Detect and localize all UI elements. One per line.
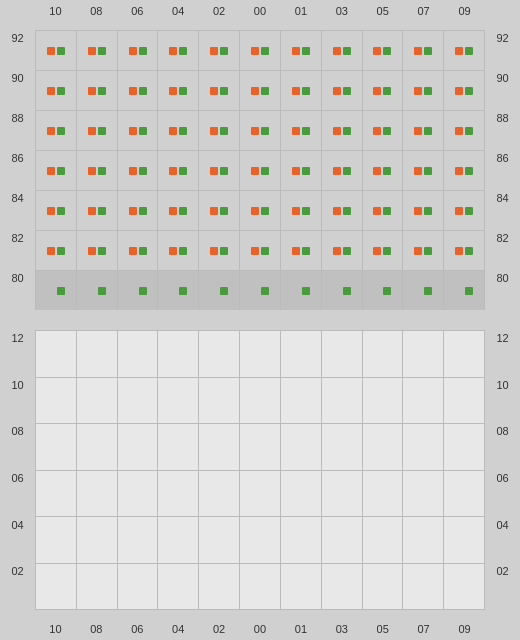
green-dot	[98, 87, 106, 95]
green-dot	[57, 167, 65, 175]
empty-dot	[169, 287, 177, 295]
grid-cell	[321, 31, 362, 70]
empty-dot	[129, 287, 137, 295]
green-dot	[179, 167, 187, 175]
bottom-grid-cell	[239, 331, 280, 377]
y-label-left: 90	[0, 70, 35, 110]
x-label: 10	[35, 623, 76, 635]
bottom-grid-cell	[443, 564, 485, 610]
grid-cell	[35, 71, 76, 110]
orange-dot	[88, 87, 96, 95]
green-dot	[179, 87, 187, 95]
x-label: 03	[321, 623, 362, 635]
grid-row	[35, 270, 485, 310]
bottom-grid-cell	[321, 378, 362, 424]
y-label-right: 86	[485, 150, 520, 190]
bottom-grid-cell	[280, 517, 321, 563]
grid-cell	[35, 231, 76, 270]
grid-cell	[239, 31, 280, 70]
bottom-grid-cell	[35, 564, 76, 610]
orange-dot	[373, 47, 381, 55]
green-dot	[302, 247, 310, 255]
bottom-grid-cell	[198, 564, 239, 610]
green-dot	[261, 167, 269, 175]
orange-dot	[88, 127, 96, 135]
bottom-grid-cell	[362, 517, 403, 563]
x-label: 02	[199, 623, 240, 635]
green-dot	[139, 87, 147, 95]
grid-cell	[76, 271, 117, 310]
y-label-right: 92	[485, 30, 520, 70]
green-dot	[98, 127, 106, 135]
bottom-grid-row	[35, 563, 485, 611]
grid-cell	[443, 191, 485, 230]
green-dot	[424, 127, 432, 135]
green-dot	[424, 247, 432, 255]
grid-cell	[35, 151, 76, 190]
grid-cell	[443, 31, 485, 70]
grid-cell	[35, 31, 76, 70]
bottom-grid-cell	[35, 471, 76, 517]
bottom-grid-cell	[239, 471, 280, 517]
x-label: 06	[117, 5, 158, 17]
grid-row	[35, 230, 485, 270]
grid-cell	[239, 271, 280, 310]
y-label-right: 90	[485, 70, 520, 110]
orange-dot	[333, 207, 341, 215]
orange-dot	[47, 207, 55, 215]
empty-dot	[455, 287, 463, 295]
empty-dot	[292, 287, 300, 295]
grid-cell	[198, 31, 239, 70]
green-dot	[57, 127, 65, 135]
x-label: 00	[240, 623, 281, 635]
green-dot	[343, 207, 351, 215]
orange-dot	[169, 47, 177, 55]
orange-dot	[292, 167, 300, 175]
bottom-grid-cell	[157, 378, 198, 424]
bottom-x-axis: 1008060402000103050709	[35, 623, 485, 635]
grid-cell	[198, 71, 239, 110]
green-dot	[57, 287, 65, 295]
green-dot	[424, 287, 432, 295]
bottom-y-axis-left: 121008060402	[0, 330, 35, 610]
x-label: 09	[444, 623, 485, 635]
orange-dot	[333, 47, 341, 55]
grid-cell	[280, 71, 321, 110]
green-dot	[424, 87, 432, 95]
grid-cell	[157, 71, 198, 110]
orange-dot	[414, 87, 422, 95]
bottom-grid-cell	[280, 471, 321, 517]
green-dot	[302, 87, 310, 95]
orange-dot	[88, 207, 96, 215]
green-dot	[302, 167, 310, 175]
grid-cell	[117, 111, 158, 150]
green-dot	[383, 87, 391, 95]
grid-cell	[443, 231, 485, 270]
orange-dot	[169, 87, 177, 95]
bottom-grid-cell	[157, 471, 198, 517]
orange-dot	[251, 247, 259, 255]
bottom-grid-cell	[117, 471, 158, 517]
grid-cell	[198, 271, 239, 310]
bottom-grid-cell	[402, 564, 443, 610]
x-label: 10	[35, 5, 76, 17]
empty-dot	[373, 287, 381, 295]
orange-dot	[210, 167, 218, 175]
grid-cell	[280, 31, 321, 70]
green-dot	[343, 247, 351, 255]
grid-cell	[198, 111, 239, 150]
bottom-grid-cell	[443, 424, 485, 470]
orange-dot	[292, 47, 300, 55]
green-dot	[383, 47, 391, 55]
y-label-left: 02	[0, 563, 35, 610]
top-y-axis-left: 92908886848280	[0, 30, 35, 310]
bottom-grid-cell	[321, 564, 362, 610]
bottom-grid-cell	[117, 378, 158, 424]
bottom-grid-cell	[280, 331, 321, 377]
bottom-grid-row	[35, 377, 485, 424]
green-dot	[57, 207, 65, 215]
orange-dot	[129, 47, 137, 55]
orange-dot	[210, 207, 218, 215]
grid-cell	[443, 71, 485, 110]
green-dot	[343, 127, 351, 135]
